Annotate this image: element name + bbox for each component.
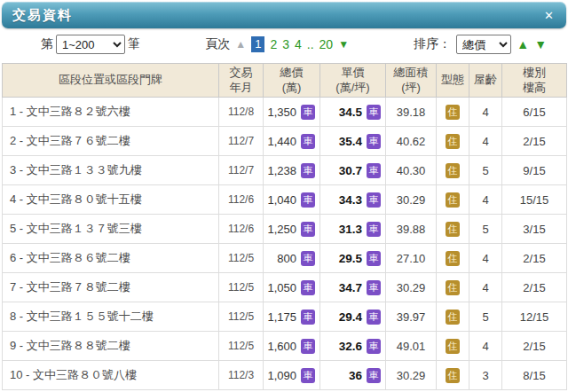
window-titlebar: 交易資料 ✕: [2, 2, 566, 28]
floor-cell: 9/15: [502, 156, 567, 185]
record-range-select[interactable]: 1~200: [56, 35, 125, 54]
parking-badge: 車: [367, 310, 381, 325]
parking-badge: 車: [367, 280, 381, 295]
total-price-cell: 1,050 車: [264, 273, 320, 302]
parking-badge: 車: [301, 105, 315, 120]
address-cell: 9 - 文中三路８８號二樓: [3, 332, 219, 361]
column-header: 屋齡: [469, 64, 502, 98]
address-cell: 7 - 文中三路７８號二樓: [3, 273, 219, 302]
parking-badge: 車: [301, 251, 315, 266]
total-price-cell: 1,090 車: [264, 361, 320, 390]
building-age-cell: 4: [469, 244, 502, 273]
page-next-icon[interactable]: ▼: [338, 39, 349, 50]
controls-bar: 第 1~200 筆 頁次 ▲ 1 234..20 ▼ 排序： 總價 ▲ ▼: [0, 28, 568, 60]
total-price-cell: 800 車: [264, 244, 320, 273]
page-link[interactable]: 20: [320, 37, 334, 51]
page-links: 234..20: [270, 37, 333, 51]
parking-badge: 車: [367, 192, 381, 208]
address-cell: 8 - 文中三路１５５號十二樓: [3, 302, 219, 332]
sort-label: 排序：: [414, 36, 451, 52]
floor-cell: 2/15: [502, 127, 567, 156]
total-area-cell: 39.88: [386, 215, 437, 244]
total-area-cell: 49.01: [386, 332, 437, 361]
floor-cell: 2/15: [502, 273, 567, 302]
total-area-cell: 40.30: [386, 156, 437, 185]
transaction-date-cell: 112/7: [219, 156, 264, 185]
total-area-cell: 39.97: [386, 302, 437, 332]
total-area-cell: 40.62: [386, 127, 437, 156]
table-row: 10 - 文中三路８０號八樓 112/3 1,090 車 36 車 30.29 …: [3, 361, 567, 390]
parking-badge: 車: [301, 339, 315, 354]
property-type-cell: 住: [437, 215, 469, 244]
column-header: 交易 年月: [219, 64, 264, 98]
unit-price-cell: 32.6 車: [320, 332, 386, 361]
range-prefix-label: 第: [41, 36, 53, 52]
parking-badge: 車: [301, 310, 315, 325]
parking-badge: 車: [301, 134, 315, 149]
building-age-cell: 5: [469, 156, 502, 185]
transaction-date-cell: 112/5: [219, 244, 264, 273]
unit-price-cell: 34.5 車: [320, 98, 386, 127]
unit-price-cell: 36 車: [320, 361, 386, 390]
residential-badge: 住: [446, 339, 460, 354]
table-row: 8 - 文中三路１５５號十二樓 112/5 1,175 車 29.4 車 39.…: [3, 302, 567, 332]
table-row: 2 - 文中三路７６號二樓 112/7 1,440 車 35.4 車 40.62…: [3, 127, 567, 156]
residential-badge: 住: [446, 310, 460, 325]
parking-badge: 車: [367, 251, 381, 266]
table-row: 7 - 文中三路７８號二樓 112/5 1,050 車 34.7 車 30.29…: [3, 273, 567, 302]
table-row: 6 - 文中三路８６號二樓 112/5 800 車 29.5 車 27.10 住…: [3, 244, 567, 273]
parking-badge: 車: [367, 222, 381, 237]
range-suffix-label: 筆: [128, 36, 140, 52]
unit-price-cell: 34.3 車: [320, 185, 386, 215]
transaction-date-cell: 112/8: [219, 98, 264, 127]
transaction-date-cell: 112/7: [219, 127, 264, 156]
page-prev-icon[interactable]: ▲: [235, 39, 246, 50]
total-price-cell: 1,175 車: [264, 302, 320, 332]
close-icon[interactable]: ✕: [544, 10, 554, 21]
residential-badge: 住: [446, 163, 460, 178]
page-link[interactable]: 4: [295, 37, 302, 51]
unit-price-cell: 30.7 車: [320, 156, 386, 185]
property-type-cell: 住: [437, 98, 469, 127]
transaction-date-cell: 112/3: [219, 361, 264, 390]
sort-asc-icon[interactable]: ▲: [517, 38, 529, 51]
residential-badge: 住: [446, 134, 460, 149]
unit-price-cell: 29.5 車: [320, 244, 386, 273]
floor-cell: 2/15: [502, 244, 567, 273]
residential-badge: 住: [446, 251, 460, 266]
page-ellipsis: ..: [307, 37, 314, 51]
property-type-cell: 住: [437, 244, 469, 273]
total-price-cell: 1,600 車: [264, 332, 320, 361]
floor-cell: 2/15: [502, 332, 567, 361]
floor-cell: 6/15: [502, 98, 567, 127]
address-cell: 6 - 文中三路８６號二樓: [3, 244, 219, 273]
building-age-cell: 3: [469, 361, 502, 390]
address-cell: 2 - 文中三路７６號二樓: [3, 127, 219, 156]
building-age-cell: 4: [469, 98, 502, 127]
parking-badge: 車: [367, 134, 381, 149]
pagination-group: 頁次 ▲ 1 234..20 ▼: [205, 36, 349, 52]
unit-price-cell: 35.4 車: [320, 127, 386, 156]
total-price-cell: 1,250 車: [264, 215, 320, 244]
building-age-cell: 4: [469, 127, 502, 156]
total-area-cell: 30.29: [386, 185, 437, 215]
sort-select[interactable]: 總價: [456, 35, 511, 54]
parking-badge: 車: [301, 280, 315, 295]
address-cell: 5 - 文中三路１３７號三樓: [3, 215, 219, 244]
transaction-date-cell: 112/6: [219, 185, 264, 215]
sort-desc-icon[interactable]: ▼: [534, 38, 547, 51]
building-age-cell: 4: [469, 332, 502, 361]
column-header: 樓別 樓高: [502, 64, 567, 98]
page-link[interactable]: 3: [282, 37, 289, 51]
page-link[interactable]: 2: [270, 37, 277, 51]
property-type-cell: 住: [437, 302, 469, 332]
table-body: 1 - 文中三路８２號六樓 112/8 1,350 車 34.5 車 39.18…: [3, 98, 567, 390]
property-type-cell: 住: [437, 332, 469, 361]
residential-badge: 住: [446, 222, 460, 237]
residential-badge: 住: [446, 105, 460, 120]
column-header: 總面積 (坪): [386, 64, 437, 98]
column-header: 總價 (萬): [264, 64, 320, 98]
floor-cell: 3/15: [502, 215, 567, 244]
building-age-cell: 4: [469, 185, 502, 215]
total-price-cell: 1,040 車: [264, 185, 320, 215]
